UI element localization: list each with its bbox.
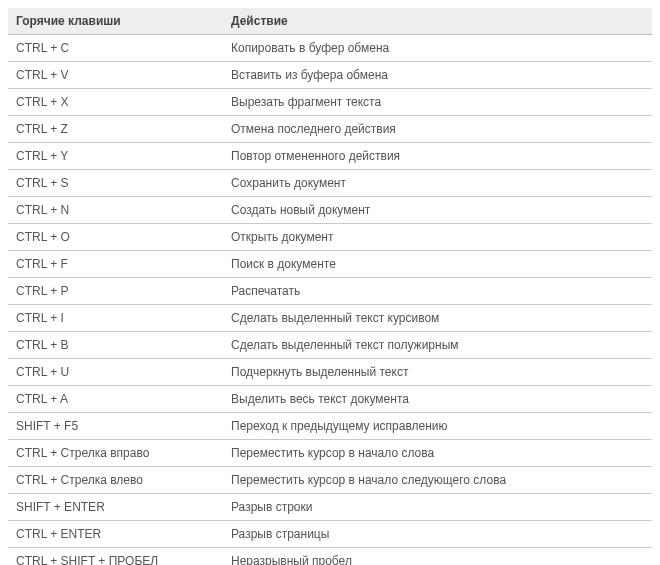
hotkey-cell: CTRL + Y [8,143,223,170]
hotkey-cell: CTRL + Z [8,116,223,143]
table-row: CTRL + ENTERРазрыв страницы [8,521,652,548]
hotkey-cell: CTRL + Стрелка вправо [8,440,223,467]
action-cell: Переместить курсор в начало слова [223,440,652,467]
action-cell: Распечатать [223,278,652,305]
hotkey-cell: CTRL + V [8,62,223,89]
hotkey-cell: CTRL + O [8,224,223,251]
header-hotkey: Горячие клавиши [8,8,223,35]
table-row: CTRL + OОткрыть документ [8,224,652,251]
header-action: Действие [223,8,652,35]
table-row: CTRL + BСделать выделенный текст полужир… [8,332,652,359]
action-cell: Открыть документ [223,224,652,251]
hotkeys-table: Горячие клавиши Действие CTRL + CКопиров… [8,8,652,565]
hotkey-cell: CTRL + A [8,386,223,413]
table-row: CTRL + VВставить из буфера обмена [8,62,652,89]
hotkey-cell: CTRL + X [8,89,223,116]
table-row: CTRL + NСоздать новый документ [8,197,652,224]
table-row: CTRL + ZОтмена последнего действия [8,116,652,143]
action-cell: Сохранить документ [223,170,652,197]
action-cell: Переместить курсор в начало следующего с… [223,467,652,494]
action-cell: Разрыв страницы [223,521,652,548]
hotkey-cell: CTRL + B [8,332,223,359]
hotkey-cell: CTRL + ENTER [8,521,223,548]
table-row: CTRL + YПовтор отмененного действия [8,143,652,170]
table-row: CTRL + XВырезать фрагмент текста [8,89,652,116]
table-row: CTRL + SHIFT + ПРОБЕЛНеразрывный пробел [8,548,652,566]
hotkey-cell: CTRL + I [8,305,223,332]
table-row: CTRL + AВыделить весь текст документа [8,386,652,413]
hotkey-cell: SHIFT + F5 [8,413,223,440]
table-row: SHIFT + ENTERРазрыв строки [8,494,652,521]
hotkey-cell: CTRL + SHIFT + ПРОБЕЛ [8,548,223,566]
hotkey-cell: CTRL + C [8,35,223,62]
table-row: CTRL + IСделать выделенный текст курсиво… [8,305,652,332]
table-row: CTRL + PРаспечатать [8,278,652,305]
table-header-row: Горячие клавиши Действие [8,8,652,35]
table-row: CTRL + UПодчеркнуть выделенный текст [8,359,652,386]
action-cell: Вставить из буфера обмена [223,62,652,89]
action-cell: Разрыв строки [223,494,652,521]
hotkey-cell: CTRL + S [8,170,223,197]
action-cell: Поиск в документе [223,251,652,278]
action-cell: Переход к предыдущему исправлению [223,413,652,440]
hotkey-cell: CTRL + U [8,359,223,386]
hotkey-cell: CTRL + F [8,251,223,278]
table-row: CTRL + Стрелка влевоПереместить курсор в… [8,467,652,494]
action-cell: Отмена последнего действия [223,116,652,143]
action-cell: Создать новый документ [223,197,652,224]
action-cell: Подчеркнуть выделенный текст [223,359,652,386]
hotkey-cell: SHIFT + ENTER [8,494,223,521]
action-cell: Выделить весь текст документа [223,386,652,413]
table-row: CTRL + FПоиск в документе [8,251,652,278]
action-cell: Копировать в буфер обмена [223,35,652,62]
action-cell: Неразрывный пробел [223,548,652,566]
table-row: CTRL + SСохранить документ [8,170,652,197]
hotkey-cell: CTRL + N [8,197,223,224]
action-cell: Вырезать фрагмент текста [223,89,652,116]
action-cell: Повтор отмененного действия [223,143,652,170]
hotkey-cell: CTRL + P [8,278,223,305]
hotkey-cell: CTRL + Стрелка влево [8,467,223,494]
table-row: CTRL + Стрелка вправоПереместить курсор … [8,440,652,467]
action-cell: Сделать выделенный текст полужирным [223,332,652,359]
action-cell: Сделать выделенный текст курсивом [223,305,652,332]
table-row: CTRL + CКопировать в буфер обмена [8,35,652,62]
table-row: SHIFT + F5Переход к предыдущему исправле… [8,413,652,440]
